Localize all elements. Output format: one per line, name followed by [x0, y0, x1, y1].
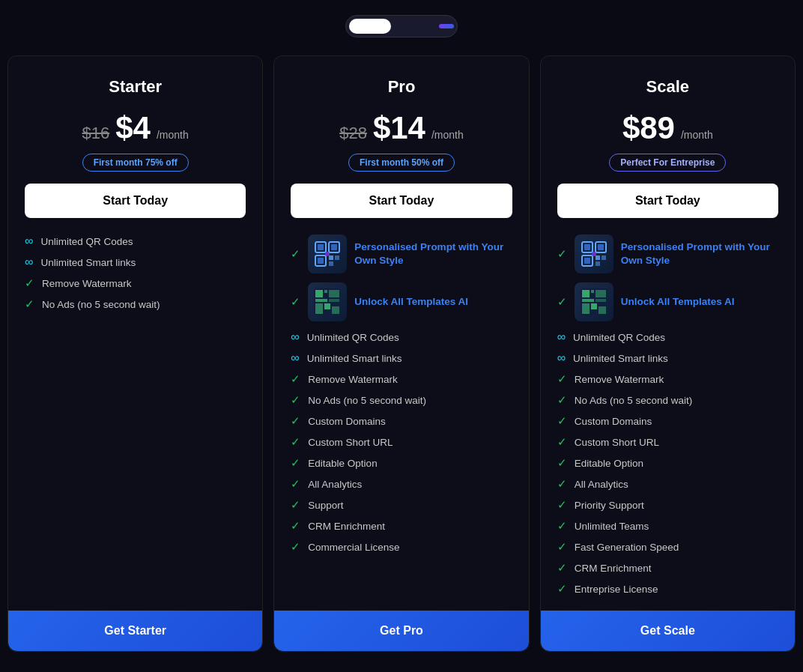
ai-feature-text-pro-1: Unlock All Templates AI: [354, 295, 468, 309]
feature-item-pro-9: ✓ CRM Enrichment: [291, 519, 512, 533]
features-list-scale: ∞ Unlimited QR Codes ∞ Unlimited Smart l…: [557, 330, 778, 596]
ai-check-icon-scale-0: ✓: [557, 247, 567, 261]
ai-feature-scale-0: ✓ Personalised Prompt with Your Own Styl…: [557, 234, 778, 273]
svg-rect-27: [596, 261, 600, 266]
ai-thumb-scale-1: [575, 282, 613, 321]
svg-rect-14: [315, 299, 327, 302]
feature-text-pro-1: Unlimited Smart links: [307, 353, 402, 364]
svg-rect-35: [582, 303, 590, 314]
check-icon-pro-9: ✓: [291, 519, 300, 533]
check-icon-scale-11: ✓: [557, 561, 567, 575]
feature-item-pro-1: ∞ Unlimited Smart links: [291, 351, 512, 365]
feature-item-scale-4: ✓ Custom Domains: [557, 414, 778, 428]
feature-text-scale-12: Entreprise License: [575, 584, 658, 595]
svg-rect-33: [582, 299, 594, 302]
feature-text-pro-4: Custom Domains: [308, 416, 386, 427]
ai-feature-text-pro-0: Personalised Prompt with Your Own Style: [354, 240, 512, 267]
infinity-icon-pro-1: ∞: [291, 351, 299, 365]
ai-feature-text-scale-0: Personalised Prompt with Your Own Style: [621, 240, 778, 267]
price-period-starter: /month: [157, 129, 189, 141]
feature-item-pro-6: ✓ Editable Option: [291, 456, 512, 470]
check-icon-scale-2: ✓: [557, 372, 567, 386]
feature-item-pro-8: ✓ Support: [291, 498, 512, 512]
check-icon-pro-2: ✓: [291, 372, 300, 386]
feature-text-pro-6: Editable Option: [308, 458, 377, 469]
start-today-button-starter[interactable]: Start Today: [25, 184, 246, 218]
current-price-starter: $4: [115, 110, 151, 146]
check-icon-scale-9: ✓: [557, 519, 567, 533]
feature-item-scale-6: ✓ Editable Option: [557, 456, 778, 470]
start-today-button-pro[interactable]: Start Today: [291, 184, 512, 218]
ai-feature-pro-0: ✓ Personalised Prompt with Your Own Styl…: [291, 234, 512, 273]
feature-text-scale-0: Unlimited QR Codes: [573, 332, 665, 343]
feature-text-scale-3: No Ads (no 5 second wait): [575, 395, 693, 406]
feature-item-starter-3: ✓ No Ads (no 5 second wait): [25, 297, 246, 311]
monthly-toggle[interactable]: [349, 19, 391, 34]
svg-rect-24: [584, 258, 590, 264]
svg-rect-12: [324, 290, 327, 293]
check-icon-scale-8: ✓: [557, 498, 567, 512]
ai-feature-text-scale-1: Unlock All Templates AI: [621, 295, 735, 309]
check-icon-scale-7: ✓: [557, 477, 567, 491]
feature-text-pro-8: Support: [308, 500, 343, 511]
original-price-pro: $28: [339, 124, 367, 143]
infinity-icon-starter-1: ∞: [25, 255, 33, 269]
svg-rect-8: [329, 261, 333, 266]
svg-rect-1: [318, 244, 324, 250]
feature-item-scale-7: ✓ All Analytics: [557, 477, 778, 491]
cta-button-scale[interactable]: Get Scale: [541, 611, 795, 651]
feature-text-scale-1: Unlimited Smart links: [573, 353, 668, 364]
yearly-toggle[interactable]: [394, 19, 436, 34]
price-period-scale: /month: [681, 129, 713, 141]
feature-text-scale-8: Priority Support: [575, 500, 644, 511]
feature-text-scale-9: Unlimited Teams: [575, 521, 649, 532]
ai-check-icon-pro-0: ✓: [291, 247, 300, 261]
start-today-button-scale[interactable]: Start Today: [557, 184, 778, 218]
feature-item-scale-10: ✓ Fast Generation Speed: [557, 540, 778, 554]
original-price-starter: $16: [82, 124, 110, 143]
svg-rect-11: [315, 290, 323, 297]
svg-rect-16: [315, 303, 323, 314]
check-icon-pro-3: ✓: [291, 393, 300, 407]
ai-feature-scale-1: ✓ Unlock All Templates AI: [557, 282, 778, 321]
badge-text-scale: Perfect For Entreprise: [609, 154, 726, 172]
feature-text-scale-2: Remove Watermark: [575, 374, 664, 385]
ai-thumb-pro-1: [308, 282, 347, 321]
svg-rect-15: [329, 299, 339, 302]
feature-text-pro-2: Remove Watermark: [308, 374, 398, 385]
feature-text-pro-9: CRM Enrichment: [308, 521, 385, 532]
feature-item-scale-9: ✓ Unlimited Teams: [557, 519, 778, 533]
ai-thumb-pro-0: [308, 234, 347, 273]
check-icon-pro-10: ✓: [291, 540, 300, 554]
plan-title-starter: Starter: [25, 77, 246, 97]
check-icon-pro-7: ✓: [291, 477, 300, 491]
svg-rect-13: [329, 290, 339, 297]
feature-item-starter-1: ∞ Unlimited Smart links: [25, 255, 246, 269]
feature-item-starter-2: ✓ Remove Watermark: [25, 276, 246, 290]
svg-rect-36: [591, 303, 597, 309]
svg-rect-18: [332, 306, 339, 314]
svg-point-28: [592, 252, 596, 256]
svg-rect-37: [599, 306, 606, 314]
feature-item-pro-10: ✓ Commercial License: [291, 540, 512, 554]
check-icon-scale-12: ✓: [557, 582, 567, 596]
feature-item-starter-0: ∞ Unlimited QR Codes: [25, 234, 246, 248]
yearly-wrapper: [394, 19, 454, 34]
svg-rect-26: [602, 255, 606, 260]
check-icon-scale-4: ✓: [557, 414, 567, 428]
pricing-cards: Starter$16$4/month First month 75% off S…: [7, 55, 796, 652]
cta-button-starter[interactable]: Get Starter: [8, 611, 262, 651]
price-badge-starter: First month 75% off: [25, 154, 246, 172]
check-icon-pro-8: ✓: [291, 498, 300, 512]
infinity-icon-scale-1: ∞: [557, 351, 566, 365]
check-icon-pro-6: ✓: [291, 456, 300, 470]
ai-check-icon-pro-1: ✓: [291, 295, 300, 309]
badge-text-starter: First month 75% off: [82, 154, 189, 172]
ai-check-icon-scale-1: ✓: [557, 295, 567, 309]
feature-text-scale-4: Custom Domains: [575, 416, 652, 427]
svg-rect-17: [324, 303, 330, 309]
feature-text-scale-5: Custom Short URL: [575, 437, 659, 448]
check-icon-starter-2: ✓: [25, 276, 34, 290]
cta-button-pro[interactable]: Get Pro: [274, 611, 528, 651]
save-badge: [439, 24, 454, 28]
